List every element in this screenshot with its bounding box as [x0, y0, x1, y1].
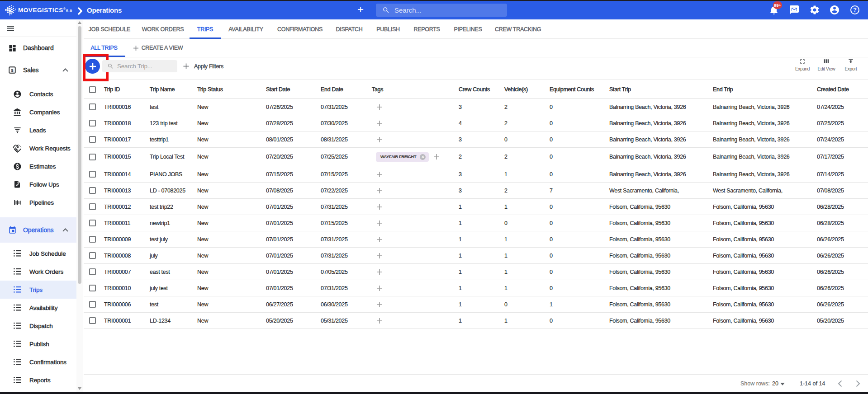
svg-text:?: ? [853, 7, 857, 13]
svg-text:$: $ [11, 68, 14, 73]
